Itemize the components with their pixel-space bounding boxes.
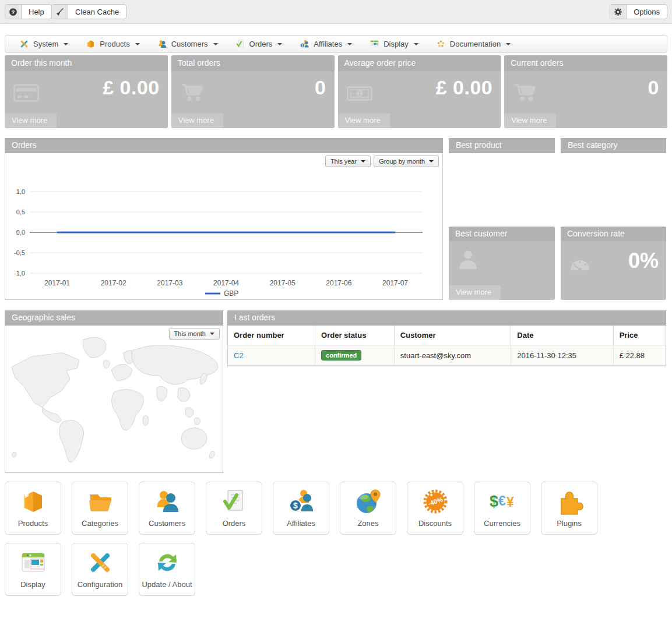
- options-button[interactable]: Options: [610, 4, 667, 19]
- price-cell: £ 22.88: [613, 345, 666, 366]
- shortcut-categories[interactable]: Categories: [72, 482, 128, 535]
- menu-item-customers[interactable]: Customers: [157, 39, 218, 49]
- shortcut-update-about[interactable]: Update / About: [139, 543, 195, 596]
- cart-icon: [512, 80, 539, 107]
- shortcut-label: Discounts: [418, 519, 452, 528]
- main-menu: System Products Customers Orders Affilia…: [5, 35, 667, 53]
- menu-item-orders[interactable]: Orders: [235, 39, 283, 49]
- shortcut-grid-row-2: Display Configuration Update / About: [5, 543, 195, 596]
- range-dropdown[interactable]: This year: [325, 156, 371, 167]
- puzzle-icon: [555, 487, 583, 515]
- box-icon: [86, 39, 96, 49]
- discount-badge-icon: [421, 487, 449, 515]
- chevron-down-icon: [210, 333, 214, 335]
- menu-item-affiliates[interactable]: Affiliates: [300, 39, 352, 49]
- shortcut-label: Plugins: [557, 519, 582, 528]
- shortcut-affiliates[interactable]: Affiliates: [273, 482, 329, 535]
- conversion-rate-panel: Conversion rate 0%: [561, 227, 666, 300]
- conversion-rate-value: 0%: [628, 249, 659, 273]
- shortcut-orders[interactable]: Orders: [206, 482, 262, 535]
- svg-text:2017-01: 2017-01: [44, 279, 70, 287]
- svg-text:2017-04: 2017-04: [213, 279, 239, 287]
- panel-title: Best customer: [449, 227, 555, 241]
- menu-item-label: System: [33, 40, 58, 48]
- stat-card-total-orders: Total orders 0 View more: [171, 55, 335, 128]
- stat-card-value: £ 0.00: [103, 76, 160, 99]
- shortcut-label: Orders: [223, 519, 246, 528]
- browser-icon: [370, 39, 379, 49]
- view-more-link[interactable]: View more: [338, 114, 390, 128]
- gear-icon: [610, 5, 627, 19]
- shortcut-zones[interactable]: Zones: [340, 482, 396, 535]
- column-header-order-status: Order status: [315, 326, 395, 345]
- globe-pin-icon: [354, 487, 382, 515]
- view-more-link[interactable]: View more: [504, 114, 556, 128]
- chart-filters: This year Group by month: [325, 156, 439, 167]
- top-toolbar: Help Clean Cache Options: [0, 0, 672, 24]
- shortcut-configuration[interactable]: Configuration: [72, 543, 128, 596]
- table-header-row: Order number Order status Customer Date …: [228, 326, 666, 345]
- brush-icon: [52, 5, 68, 19]
- stat-card-title: Current orders: [504, 55, 667, 71]
- clean-cache-button-label: Clean Cache: [68, 5, 126, 19]
- order-doc-icon: [235, 39, 245, 49]
- shortcut-currencies[interactable]: Currencies: [474, 482, 530, 535]
- best-customer-panel: Best customer View more: [449, 227, 555, 300]
- svg-text:2017-02: 2017-02: [101, 279, 126, 287]
- menu-item-display[interactable]: Display: [370, 39, 418, 49]
- view-more-link[interactable]: View more: [171, 114, 223, 128]
- menu-item-products[interactable]: Products: [86, 39, 139, 49]
- shortcut-discounts[interactable]: Discounts: [407, 482, 463, 535]
- svg-text:2017-06: 2017-06: [326, 279, 351, 287]
- stat-card-order-this-month: Order this month £ 0.00 View more: [5, 55, 168, 128]
- column-header-price: Price: [613, 326, 666, 345]
- view-more-link[interactable]: View more: [5, 114, 57, 128]
- shortcut-label: Categories: [82, 519, 118, 528]
- shortcut-plugins[interactable]: Plugins: [541, 482, 597, 535]
- customer-cell: stuart-east@sky.com: [394, 345, 511, 366]
- svg-text:2017-03: 2017-03: [157, 279, 182, 287]
- group-by-dropdown[interactable]: Group by month: [374, 156, 439, 167]
- browser-icon: [19, 549, 47, 577]
- orders-chart-body: This year Group by month 1,00,50,0-0,5-1…: [5, 153, 443, 300]
- clean-cache-button[interactable]: Clean Cache: [51, 4, 126, 19]
- help-button[interactable]: Help: [5, 4, 52, 19]
- tools-icon: [19, 39, 29, 49]
- chevron-down-icon: [361, 160, 365, 162]
- person-icon: [456, 248, 480, 273]
- svg-text:0,0: 0,0: [16, 229, 25, 236]
- currencies-icon: [488, 487, 516, 515]
- shortcut-customers[interactable]: Customers: [139, 482, 195, 535]
- svg-text:-1,0: -1,0: [14, 270, 25, 277]
- shortcut-display[interactable]: Display: [5, 543, 61, 596]
- geo-range-dropdown[interactable]: This month: [169, 328, 220, 340]
- shortcut-label: Display: [20, 580, 45, 589]
- chevron-down-icon: [135, 43, 140, 45]
- date-cell: 2016-11-30 12:35: [511, 345, 613, 366]
- chevron-down-icon: [506, 43, 511, 45]
- help-button-label: Help: [22, 5, 51, 19]
- shortcut-label: Currencies: [484, 519, 520, 528]
- banknote-icon: [346, 80, 373, 107]
- menu-item-documentation[interactable]: Documentation: [436, 39, 511, 49]
- options-button-label: Options: [627, 5, 667, 19]
- order-number-link[interactable]: C2: [234, 351, 244, 360]
- shortcut-label: Configuration: [78, 580, 122, 589]
- cart-icon: [180, 80, 206, 107]
- credit-card-icon: [13, 80, 40, 107]
- refresh-icon: [153, 549, 181, 577]
- affiliate-icon: [300, 39, 309, 49]
- svg-text:GBP: GBP: [224, 289, 238, 298]
- shortcut-products[interactable]: Products: [5, 482, 61, 535]
- docs-icon: [436, 39, 446, 49]
- stat-card-value: 0: [315, 76, 326, 99]
- last-orders-table: Order number Order status Customer Date …: [228, 326, 666, 366]
- panel-title: Orders: [5, 138, 443, 153]
- svg-text:2017-07: 2017-07: [382, 279, 408, 287]
- menu-item-system[interactable]: System: [19, 39, 68, 49]
- svg-text:2017-05: 2017-05: [270, 279, 295, 287]
- menu-item-label: Orders: [249, 40, 273, 48]
- stat-card-value: 0: [648, 76, 659, 99]
- chevron-down-icon: [347, 43, 352, 45]
- view-more-link[interactable]: View more: [449, 285, 501, 300]
